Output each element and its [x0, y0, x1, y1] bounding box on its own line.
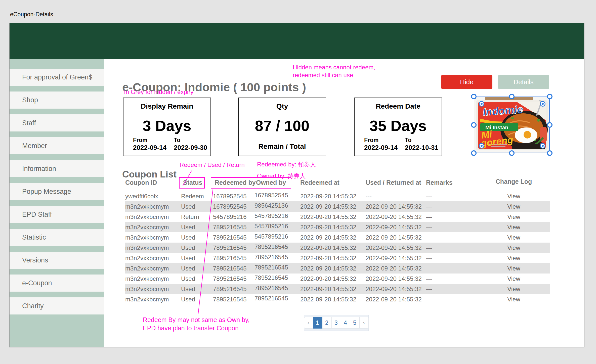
- page-button-1[interactable]: 1: [313, 317, 322, 329]
- sidebar-item-versions[interactable]: Versions: [10, 252, 104, 269]
- header-redeemed-at: Redeemed at: [300, 179, 339, 186]
- cell-redeemed-by: 5457895216: [213, 213, 254, 220]
- hide-button[interactable]: Hide: [441, 75, 492, 89]
- header-status: Status: [183, 179, 202, 186]
- cell-coupon-id: m3n2vxkbcmym: [125, 234, 181, 241]
- selection-dot-handle-bottom-left[interactable]: [479, 143, 484, 149]
- header-remarks: Remarks: [426, 179, 453, 186]
- sidebar-item-statistic[interactable]: Statistic: [10, 229, 104, 246]
- view-link[interactable]: View: [507, 224, 520, 231]
- cell-remarks: ---: [426, 296, 477, 303]
- from-date: 2022-09-14: [364, 144, 398, 151]
- annotation-hidden-note: Hidden means cannot redeem, redeemed sti…: [293, 63, 375, 79]
- header-redeemed-by: Redeemed by: [215, 179, 256, 186]
- selection-handle-bottom-middle[interactable]: [509, 150, 515, 156]
- sidebar-item-member[interactable]: Member: [10, 137, 104, 154]
- selection-dot-handle-bottom-right[interactable]: [540, 143, 545, 149]
- view-link[interactable]: View: [507, 234, 520, 241]
- view-link[interactable]: View: [507, 255, 520, 261]
- cell-owned-by: 5457895216: [254, 212, 300, 219]
- page-button-4[interactable]: 4: [341, 317, 350, 329]
- header-owned-by: Owned by: [256, 179, 286, 186]
- cell-used-at: 2022-09-20 14:55:32: [366, 213, 426, 220]
- selection-handle-top-left[interactable]: [471, 94, 477, 99]
- table-row: m3n2vxkbcmymUsed789521654578952165452022…: [125, 243, 550, 253]
- selection-handle-middle-right[interactable]: [547, 122, 552, 128]
- cell-change-log: View: [477, 275, 550, 282]
- to-date: 2022-09-30: [174, 144, 207, 151]
- view-link[interactable]: View: [507, 193, 520, 200]
- product-image[interactable]: Indomie Mi Instan Mi goreng: [474, 97, 549, 153]
- view-link[interactable]: View: [507, 203, 520, 210]
- cell-used-at: 2022-09-20 14:55:32: [366, 296, 426, 303]
- screen: { "page": { "title": "eCoupon-Details" }…: [0, 0, 596, 364]
- view-link[interactable]: View: [507, 296, 520, 303]
- coupon-list-title: Coupon List: [122, 169, 177, 180]
- sidebar-item-label: Versions: [22, 256, 48, 264]
- cell-status: Used: [181, 203, 213, 210]
- cell-status: Used: [181, 296, 213, 303]
- sidebar-item-shop[interactable]: Shop: [10, 92, 104, 109]
- view-link[interactable]: View: [507, 244, 520, 251]
- sidebar-item-label: Shop: [22, 96, 38, 104]
- cell-status: Used: [181, 224, 213, 231]
- page-next-button[interactable]: ›: [360, 317, 369, 329]
- cell-redeemed-by: 7895216545: [213, 265, 254, 272]
- cell-owned-by: 7895216545: [254, 295, 300, 302]
- sidebar-item-epd-staff[interactable]: EPD Staff: [10, 206, 104, 223]
- page-button-2[interactable]: 2: [322, 317, 332, 329]
- cell-redeemed-at: 2022-09-20 14:55:32: [300, 296, 366, 303]
- coupon-table-body: ywedfti6colxRedeem1678952545167895254520…: [125, 191, 550, 304]
- table-row: m3n2vxkbcmymReturn5457895216545789521620…: [125, 212, 550, 222]
- annotation-grey-note: In Grey for hidden / expiry: [124, 88, 193, 96]
- page-button-5[interactable]: 5: [350, 317, 360, 329]
- view-link[interactable]: View: [507, 286, 520, 292]
- sidebar-item-information[interactable]: Information: [10, 160, 104, 177]
- cell-change-log: View: [477, 193, 550, 200]
- sidebar-item-label: Statistic: [22, 234, 46, 241]
- cell-used-at: 2022-09-20 14:55:32: [366, 275, 426, 282]
- cell-status: Return: [181, 213, 213, 220]
- selection-handle-top-right[interactable]: [547, 94, 552, 99]
- view-link[interactable]: View: [507, 265, 520, 272]
- sidebar-item-popup-message[interactable]: Popup Message: [10, 183, 104, 200]
- cell-owned-by: 7895216545: [254, 264, 300, 271]
- cell-coupon-id: m3n2vxkbcmym: [125, 286, 181, 293]
- details-button[interactable]: Details: [498, 75, 549, 89]
- cell-remarks: ---: [426, 244, 477, 251]
- cell-owned-by: 7895216545: [254, 274, 300, 281]
- stat-card-redeem-date: Redeem Date 35 Days From 2022-09-14 To 2…: [354, 98, 442, 156]
- stat-value: 35 Days: [355, 117, 442, 134]
- cell-change-log: View: [477, 296, 550, 303]
- sidebar-item-e-coupon[interactable]: e-Coupon: [10, 275, 104, 292]
- selection-handle-top-middle[interactable]: [509, 94, 515, 99]
- from-label: From: [364, 137, 379, 143]
- cell-redeemed-by: 7895216545: [213, 275, 254, 282]
- selection-handle-middle-left[interactable]: [471, 122, 477, 128]
- sidebar-item-charity[interactable]: Charity: [10, 297, 104, 314]
- table-row: ywedfti6colxRedeem1678952545167895254520…: [125, 191, 550, 201]
- cell-redeemed-at: 2022-09-20 14:55:32: [300, 234, 366, 241]
- view-link[interactable]: View: [507, 275, 520, 282]
- selection-handle-bottom-right[interactable]: [547, 150, 552, 156]
- page-prev-button[interactable]: ‹: [304, 317, 313, 329]
- sidebar-item-staff[interactable]: Staff: [10, 114, 104, 131]
- sidebar-item-label: Charity: [22, 302, 44, 310]
- view-link[interactable]: View: [507, 213, 520, 220]
- table-row: m3n2vxkbcmymUsed167895254598564251362022…: [125, 201, 550, 212]
- to-date: 2022-10-31: [405, 144, 438, 151]
- selection-handle-bottom-left[interactable]: [471, 150, 477, 156]
- page-button-3[interactable]: 3: [332, 317, 341, 329]
- header-used-returned-at: Used / Returned at: [366, 179, 421, 186]
- table-row: m3n2vxkbcmymUsed789521654578952165452022…: [125, 253, 550, 263]
- cell-redeemed-at: 2022-09-20 14:55:32: [300, 193, 366, 200]
- cell-owned-by: 1678952545: [254, 192, 300, 199]
- table-row: m3n2vxkbcmymUsed789521654554578952162022…: [125, 232, 550, 243]
- cell-coupon-id: m3n2vxkbcmym: [125, 255, 181, 262]
- selection-dot-handle-top-left[interactable]: [479, 101, 484, 107]
- sidebar-item-for-approval-of-green[interactable]: For approval of Green$: [10, 69, 104, 86]
- annotation-hidden-note-line2: redeemed still can use: [293, 71, 375, 79]
- cell-redeemed-by: 7895216545: [213, 296, 254, 303]
- cell-owned-by: 5457895216: [254, 233, 300, 240]
- selection-dot-handle-top-right[interactable]: [540, 101, 545, 107]
